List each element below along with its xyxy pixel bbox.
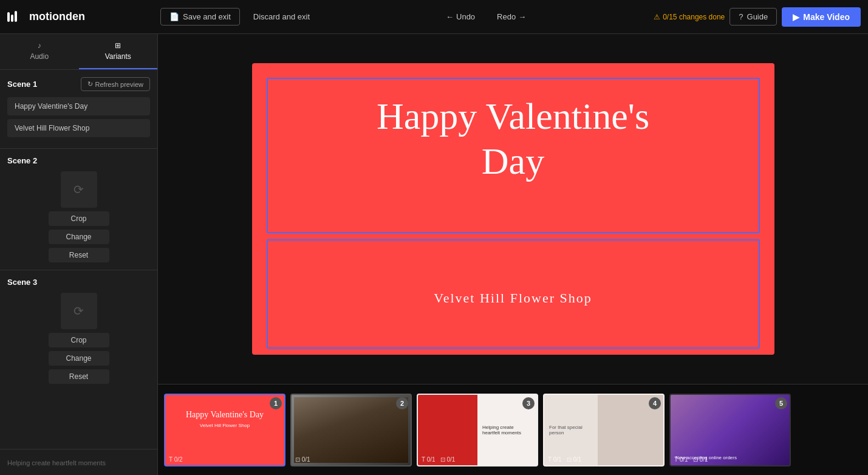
scene2-media-preview: ⟳ [61, 171, 97, 208]
film2-info: ⊡ 0/1 [295, 456, 310, 463]
discard-exit-label: Discard and exit [253, 12, 310, 21]
save-exit-label: Save and exit [183, 12, 231, 21]
refresh-icon: ↻ [87, 80, 93, 88]
filmstrip: 1 Happy Valentine's Day Velvet Hill Flow… [158, 384, 868, 475]
scene2-change-button[interactable]: Change [49, 230, 109, 244]
make-video-label: Make Video [803, 12, 850, 22]
changes-status: ⚠ 0/15 changes done [654, 13, 725, 21]
scene3-reset-button[interactable]: Reset [49, 369, 109, 384]
discard-exit-button[interactable]: Discard and exit [245, 9, 318, 25]
film-badge-2: 2 [396, 397, 408, 409]
film5-info: T 0/1 ⊡ 0/1 [674, 456, 708, 463]
film5-img-count: ⊡ 0/1 [693, 456, 708, 463]
film5-content: Now accepting online orders [671, 395, 790, 465]
scene3-change-label: Change [66, 354, 91, 363]
redo-label: Redo [497, 12, 516, 21]
film3-text-count: T 0/1 [422, 456, 436, 463]
film4-text: For that special person [549, 425, 593, 436]
variants-icon: ⊞ [115, 41, 121, 50]
filmstrip-item-2[interactable]: 2 ⊡ 0/1 [290, 394, 412, 466]
film1-content: Happy Valentine's Day Velvet Hill Flower… [165, 395, 284, 438]
topbar-actions: 📄 Save and exit Discard and exit ← Undo … [160, 7, 861, 27]
scene3-section: Scene 3 ⟳ Crop Change Reset [0, 270, 157, 391]
scene3-label: Scene 3 [7, 278, 37, 287]
undo-button[interactable]: ← Undo [437, 9, 484, 25]
sidebar-footer: Helping create heartfelt moments [0, 449, 157, 475]
film3-info: T 0/1 ⊡ 0/1 [422, 456, 455, 463]
save-exit-button[interactable]: 📄 Save and exit [160, 8, 240, 26]
film2-image [292, 395, 411, 465]
tab-variants-label: Variants [105, 52, 131, 61]
film3-content: Helping create heartfelt moments [418, 395, 537, 465]
redo-arrow-icon: → [518, 12, 526, 21]
changes-text: 0/15 changes done [663, 13, 725, 21]
scene3-crop-label: Crop [70, 336, 86, 344]
warning-icon: ⚠ [654, 13, 660, 21]
undo-label: Undo [456, 12, 475, 21]
scene1-text1-value: Happy Valentine's Day [15, 102, 87, 111]
scene1-text-item-1[interactable]: Happy Valentine's Day [7, 97, 150, 115]
logo-text: motionden [29, 10, 85, 23]
refresh-label: Refresh preview [95, 81, 143, 88]
film1-text-count: T 0/2 [169, 456, 183, 463]
guide-label: Guide [747, 12, 768, 21]
scene3-header: Scene 3 [7, 278, 150, 287]
film2-img-count: ⊡ 0/1 [295, 456, 310, 463]
logo: motionden [7, 10, 153, 24]
scene3-reset-label: Reset [69, 372, 88, 381]
make-video-button[interactable]: ▶ Make Video [782, 7, 861, 27]
tab-variants[interactable]: ⊞ Variants [79, 34, 158, 69]
svg-rect-2 [15, 11, 17, 22]
scene2-reset-label: Reset [69, 251, 88, 259]
question-icon: ? [739, 12, 743, 21]
scene1-text2-value: Velvet Hill Flower Shop [15, 124, 89, 132]
film5-text-count: T 0/1 [674, 456, 688, 463]
film-badge-1: 1 [270, 397, 282, 409]
editor-area: Happy Valentine's Day Velvet Hill Flower… [158, 34, 868, 475]
film1-title: Happy Valentine's Day [175, 409, 275, 420]
film4-info: T 0/1 ⊡ 0/1 [548, 456, 581, 463]
canvas-subtitle-box [267, 239, 760, 349]
filmstrip-item-1[interactable]: 1 Happy Valentine's Day Velvet Hill Flow… [164, 394, 285, 466]
film4-text-count: T 0/1 [548, 456, 562, 463]
film-badge-5: 5 [775, 397, 787, 409]
guide-button[interactable]: ? Guide [730, 8, 777, 26]
refresh-preview-button[interactable]: ↻ Refresh preview [81, 77, 150, 91]
save-icon: 📄 [169, 12, 179, 21]
svg-rect-0 [7, 12, 10, 22]
scene2-reset-button[interactable]: Reset [49, 248, 109, 262]
scene1-label: Scene 1 [7, 80, 37, 89]
undo-arrow-icon: ← [446, 12, 454, 21]
scene1-header: Scene 1 ↻ Refresh preview [7, 77, 150, 91]
logo-icon [7, 10, 24, 24]
footer-text: Helping create heartfelt moments [7, 459, 106, 466]
scene2-header: Scene 2 [7, 156, 150, 165]
sidebar-tabs: ♪ Audio ⊞ Variants [0, 34, 157, 70]
scene2-section: Scene 2 ⟳ Crop Change Reset [0, 149, 157, 270]
scene2-media: ⟳ Crop Change Reset [7, 171, 150, 262]
film4-left: For that special person [544, 395, 598, 465]
film4-img-count: ⊡ 0/1 [567, 456, 582, 463]
sidebar: ♪ Audio ⊞ Variants Scene 1 ↻ Refresh pre… [0, 34, 158, 475]
tab-audio[interactable]: ♪ Audio [0, 34, 79, 69]
loading-icon: ⟳ [73, 182, 84, 197]
topbar: motionden 📄 Save and exit Discard and ex… [0, 0, 868, 34]
scene2-crop-button[interactable]: Crop [49, 211, 109, 226]
main-area: ♪ Audio ⊞ Variants Scene 1 ↻ Refresh pre… [0, 34, 868, 475]
scene3-crop-button[interactable]: Crop [49, 333, 109, 347]
audio-icon: ♪ [38, 41, 41, 50]
loading-icon-2: ⟳ [73, 304, 84, 318]
scene1-text-item-2[interactable]: Velvet Hill Flower Shop [7, 119, 150, 137]
film4-content: For that special person [544, 395, 663, 465]
canvas[interactable]: Happy Valentine's Day Velvet Hill Flower… [252, 63, 774, 355]
scene1-section: Scene 1 ↻ Refresh preview Happy Valentin… [0, 70, 157, 148]
filmstrip-item-5[interactable]: 5 Now accepting online orders T 0/1 ⊡ 0/… [669, 394, 791, 466]
film3-text: Helping create heartfelt moments [482, 425, 532, 436]
filmstrip-item-3[interactable]: 3 Helping create heartfelt moments T 0/1… [417, 394, 538, 466]
film3-left [418, 395, 477, 465]
play-icon: ▶ [793, 12, 799, 22]
redo-button[interactable]: Redo → [488, 9, 535, 25]
filmstrip-item-4[interactable]: 4 For that special person T 0/1 ⊡ 0/1 [543, 394, 665, 466]
scene3-change-button[interactable]: Change [49, 351, 109, 366]
svg-rect-1 [11, 15, 13, 22]
